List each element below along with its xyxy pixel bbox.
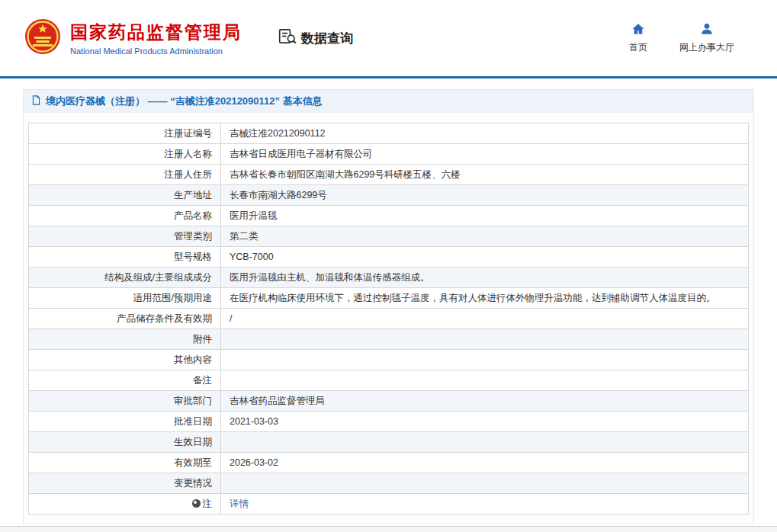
row-value: 医用升温毯由主机、加温毯和体温传感器组成。 [221, 268, 749, 288]
row-label: 注 [29, 494, 221, 514]
row-label: 备注 [29, 370, 221, 391]
table-row: 注册证编号吉械注准20212090112 [29, 123, 749, 144]
table-row: 附件 [29, 329, 749, 350]
row-value: 详情 [221, 494, 749, 514]
table-row: 生效日期 [29, 432, 749, 453]
panel-title-bar: 境内医疗器械（注册） —— “吉械注准20212090112” 基本信息 [24, 90, 753, 113]
national-emblem-logo [24, 18, 61, 58]
row-label: 产品储存条件及有效期 [29, 309, 221, 329]
footer-divider [0, 526, 777, 532]
brand-text: 国家药品监督管理局 National Medical Products Admi… [70, 21, 242, 56]
row-label: 附件 [29, 329, 221, 350]
data-query-section: 数据查询 [278, 28, 353, 48]
registration-info-table: 注册证编号吉械注准20212090112注册人名称吉林省日成医用电子器材有限公司… [28, 123, 749, 514]
table-row: 注详情 [29, 494, 749, 514]
row-label: 变更情况 [29, 473, 221, 494]
data-query-icon [278, 28, 297, 48]
home-icon [631, 22, 645, 38]
table-row: 结构及组成/主要组成成分医用升温毯由主机、加温毯和体温传感器组成。 [29, 268, 749, 288]
row-value [221, 329, 749, 350]
table-row: 管理类别第二类 [29, 226, 749, 247]
row-value [221, 473, 749, 494]
table-row: 变更情况 [29, 473, 749, 494]
header-nav: 首页 网上办事大厅 [629, 22, 753, 54]
table-row: 批准日期2021-03-03 [29, 412, 749, 432]
nav-service-hall[interactable]: 网上办事大厅 [679, 22, 734, 54]
row-value: 2021-03-03 [221, 412, 749, 432]
table-row: 生产地址长春市南湖大路6299号 [29, 185, 749, 206]
row-value: 吉林省药品监督管理局 [221, 391, 749, 412]
data-query-label: 数据查询 [301, 30, 353, 47]
row-label: 适用范围/预期用途 [29, 288, 221, 309]
table-row: 注册人名称吉林省日成医用电子器材有限公司 [29, 144, 749, 165]
agency-name-zh: 国家药品监督管理局 [70, 21, 242, 44]
row-value: 在医疗机构临床使用环境下，通过控制毯子温度，具有对人体进行体外物理升温功能，达到… [221, 288, 749, 309]
row-value [221, 432, 749, 453]
row-value [221, 350, 749, 370]
row-value: 第二类 [221, 226, 749, 247]
row-value: 吉林省日成医用电子器材有限公司 [221, 144, 749, 165]
site-header: 国家药品监督管理局 National Medical Products Admi… [0, 0, 777, 76]
row-value: 吉林省长春市朝阳区南湖大路6299号科研楼五楼、六楼 [221, 165, 749, 185]
info-table-body: 注册证编号吉械注准20212090112注册人名称吉林省日成医用电子器材有限公司… [29, 123, 749, 514]
table-row: 适用范围/预期用途在医疗机构临床使用环境下，通过控制毯子温度，具有对人体进行体外… [29, 288, 749, 309]
row-label: 有效期至 [29, 453, 221, 473]
header-divider [0, 76, 777, 79]
table-row: 有效期至2026-03-02 [29, 453, 749, 473]
row-label: 管理类别 [29, 226, 221, 247]
table-row: 审批部门吉林省药品监督管理局 [29, 391, 749, 412]
nav-service-hall-label: 网上办事大厅 [679, 41, 734, 54]
row-label: 批准日期 [29, 412, 221, 432]
row-value: 2026-03-02 [221, 453, 749, 473]
note-icon [192, 499, 201, 508]
person-icon [700, 22, 714, 38]
row-label: 其他内容 [29, 350, 221, 370]
row-value: YCB-7000 [221, 247, 749, 268]
page-title: 境内医疗器械（注册） —— “吉械注准20212090112” 基本信息 [46, 95, 323, 108]
row-label: 审批部门 [29, 391, 221, 412]
row-label: 结构及组成/主要组成成分 [29, 268, 221, 288]
document-icon [31, 95, 41, 107]
nav-home[interactable]: 首页 [629, 22, 647, 54]
table-row: 其他内容 [29, 350, 749, 370]
table-row: 产品储存条件及有效期/ [29, 309, 749, 329]
row-label: 生产地址 [29, 185, 221, 206]
row-label: 注册人名称 [29, 144, 221, 165]
row-label: 注册人住所 [29, 165, 221, 185]
registration-info-panel: 境内医疗器械（注册） —— “吉械注准20212090112” 基本信息 注册证… [23, 89, 754, 524]
table-row: 注册人住所吉林省长春市朝阳区南湖大路6299号科研楼五楼、六楼 [29, 165, 749, 185]
table-row: 型号规格YCB-7000 [29, 247, 749, 268]
page: 国家药品监督管理局 National Medical Products Admi… [0, 0, 777, 524]
row-value: 吉械注准20212090112 [221, 123, 749, 144]
table-row: 产品名称医用升温毯 [29, 206, 749, 226]
nav-home-label: 首页 [629, 41, 647, 54]
row-value: 长春市南湖大路6299号 [221, 185, 749, 206]
row-label: 型号规格 [29, 247, 221, 268]
detail-link[interactable]: 详情 [230, 498, 249, 509]
table-row: 备注 [29, 370, 749, 391]
row-label: 注册证编号 [29, 123, 221, 144]
row-label: 产品名称 [29, 206, 221, 226]
agency-name-en: National Medical Products Administration [70, 46, 242, 56]
brand[interactable]: 国家药品监督管理局 National Medical Products Admi… [24, 18, 242, 58]
row-label: 生效日期 [29, 432, 221, 453]
row-value: 医用升温毯 [221, 206, 749, 226]
row-value: / [221, 309, 749, 329]
row-value [221, 370, 749, 391]
main-content: 境内医疗器械（注册） —— “吉械注准20212090112” 基本信息 注册证… [0, 89, 777, 524]
